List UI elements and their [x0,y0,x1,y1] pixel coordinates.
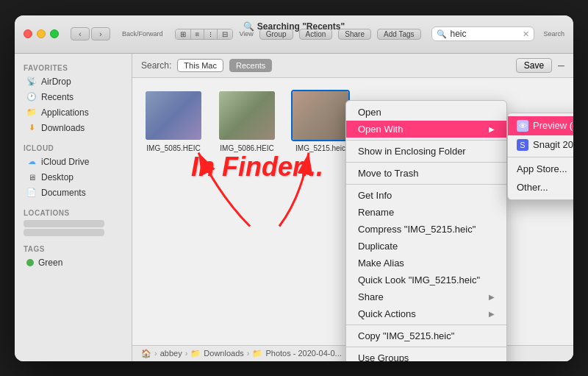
ctx-make-alias[interactable]: Make Alias [346,255,506,272]
in-finder-text: In Finder... [191,152,323,182]
file-name-3: IMG_5215.heic [295,144,345,152]
ctx-move-trash[interactable]: Move to Trash [346,165,506,182]
preview-icon: 👁 [517,120,528,132]
traffic-lights [24,29,59,38]
ctx-rename-label: Rename [358,207,394,218]
ctx-make-alias-label: Make Alias [358,258,404,269]
desktop-icon: 🖥 [26,172,37,182]
submenu: 👁 Preview (default) S Snagit 2018 App St… [507,113,573,200]
ctx-copy-label: Copy "IMG_5215.heic" [358,330,454,341]
sidebar-item-recents[interactable]: 🕐 Recents [18,90,129,104]
collapse-button[interactable]: – [558,59,564,72]
file-thumb-3[interactable]: IMG_5215.heic [291,90,350,152]
forward-button[interactable]: › [91,27,110,40]
breadcrumb-downloads[interactable]: Downloads [204,349,243,358]
submenu-other-label: Other... [517,182,548,193]
submenu-snagit[interactable]: S Snagit 2018 [508,135,573,155]
file-name-1: IMG_5085.HEIC [146,144,200,152]
ctx-quick-actions-arrow: ▶ [489,310,495,318]
submenu-appstore-label: App Store... [517,163,567,174]
search-value: heic [450,29,466,39]
ctx-move-trash-label: Move to Trash [358,168,418,179]
file-thumb-1[interactable]: IMG_5085.HEIC [144,90,203,152]
sidebar-item-desktop[interactable]: 🖥 Desktop [18,170,129,185]
ctx-quick-look-label: Quick Look "IMG_5215.heic" [358,274,480,285]
ctx-copy[interactable]: Copy "IMG_5215.heic" [346,327,506,344]
sidebar-item-airdrop[interactable]: 📡 AirDrop [18,74,129,89]
applications-icon: 📁 [26,107,37,118]
ctx-show-enclosing[interactable]: Show in Enclosing Folder [346,143,506,160]
sidebar-item-icloud-drive[interactable]: ☁ iCloud Drive [18,155,129,169]
file-thumb-2[interactable]: IMG_5086.HEIC [218,90,276,152]
maximize-button[interactable] [50,29,59,38]
ctx-compress-label: Compress "IMG_5215.heic" [358,224,476,235]
breadcrumb-abbey[interactable]: abbey [160,349,182,358]
location-item-2 [24,229,104,236]
submenu-preview-label: Preview (default) [533,120,573,131]
breadcrumb-photos-icon: 📁 [252,349,262,358]
view-list-btn[interactable]: ≡ [191,29,205,39]
search-label: Search [543,30,564,38]
submenu-sep [508,157,573,157]
ctx-open-with[interactable]: Open With ▶ 👁 Preview (default) S Snagit… [346,121,506,138]
ctx-compress[interactable]: Compress "IMG_5215.heic" [346,221,506,238]
save-button[interactable]: Save [516,58,552,73]
ctx-rename[interactable]: Rename [346,204,506,221]
view-label: View [239,30,253,38]
sidebar-item-applications[interactable]: 📁 Applications [18,105,129,120]
view-gallery-btn[interactable]: ⊟ [218,29,232,39]
back-button[interactable]: ‹ [71,27,90,40]
sidebar-item-downloads[interactable]: ⬇ Downloads [18,121,129,135]
airdrop-icon: 📡 [26,77,37,87]
view-icon-btn[interactable]: ⊞ [176,29,191,39]
add-tags-button[interactable]: Add Tags [377,29,421,40]
ctx-duplicate[interactable]: Duplicate [346,238,506,255]
ctx-share-label: Share [358,291,384,302]
icloud-icon: ☁ [26,157,37,167]
ctx-show-enclosing-label: Show in Enclosing Folder [358,146,466,157]
sidebar-item-documents[interactable]: 📄 Documents [18,185,129,200]
file-browser: IMG_5085.HEIC IMG_5086.HEIC IMG_5215.hei… [132,78,573,345]
submenu-appstore[interactable]: App Store... [508,160,573,178]
ctx-open[interactable]: Open [346,104,506,121]
submenu-other[interactable]: Other... [508,178,573,196]
breadcrumb-photos[interactable]: Photos - 2020-04-0... [265,349,341,358]
ctx-open-with-label: Open With [358,124,403,135]
green-tag-label: Green [38,258,62,268]
downloads-icon: ⬇ [26,123,37,133]
context-menu: Open Open With ▶ 👁 Preview (default) [345,100,507,361]
ctx-share[interactable]: Share ▶ [346,288,506,305]
favorites-section-label: Favorites [15,60,132,74]
search-bar[interactable]: 🔍 heic ✕ [431,26,534,41]
finder-window: ‹ › Back/Forward ⊞ ≡ ⫶ ⊟ View Group Acti… [15,15,573,361]
ctx-get-info[interactable]: Get Info [346,187,506,204]
search-clear-icon[interactable]: ✕ [523,29,529,39]
submenu-preview[interactable]: 👁 Preview (default) [508,116,573,135]
documents-icon: 📄 [26,188,37,198]
downloads-label: Downloads [41,123,85,133]
ctx-use-groups[interactable]: Use Groups [346,350,506,361]
scope-this-mac-button[interactable]: This Mac [177,59,223,72]
view-column-btn[interactable]: ⫶ [204,29,218,39]
close-button[interactable] [24,29,32,38]
recents-label: Recents [41,92,74,102]
submenu-snagit-label: Snagit 2018 [533,139,573,150]
ctx-share-arrow: ▶ [489,293,495,301]
ctx-quick-look[interactable]: Quick Look "IMG_5215.heic" [346,272,506,288]
ctx-sep3 [346,184,506,185]
file-name-2: IMG_5086.HEIC [220,144,273,152]
ctx-get-info-label: Get Info [358,190,392,201]
thumb-img-3 [291,90,350,141]
sidebar-item-green-tag[interactable]: Green [18,255,129,270]
ctx-sep1 [346,140,506,141]
ctx-quick-actions[interactable]: Quick Actions ▶ [346,305,506,322]
scope-recents-button[interactable]: Recents [229,59,272,72]
snagit-icon: S [517,139,528,151]
thumb-visual-2 [219,91,275,140]
thumb-visual-1 [146,91,201,140]
desktop-label: Desktop [41,172,74,182]
title-icon: 🔍 [243,21,254,32]
tags-section-label: Tags [15,241,132,255]
minimize-button[interactable] [37,29,46,38]
locations-section-label: Locations [15,205,132,219]
